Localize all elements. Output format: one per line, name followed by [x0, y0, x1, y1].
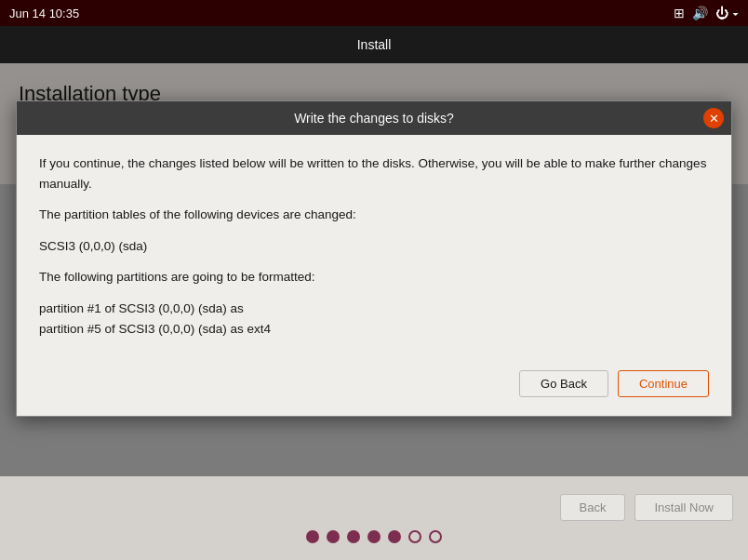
- go-back-button[interactable]: Go Back: [519, 370, 608, 397]
- back-button[interactable]: Back: [560, 494, 626, 521]
- partition-item-2: partition #5 of SCSI3 (0,0,0) (sda) as e…: [39, 319, 709, 340]
- install-now-button[interactable]: Install Now: [634, 494, 733, 521]
- device-list: SCSI3 (0,0,0) (sda): [39, 236, 709, 257]
- partition-tables-label: The partition tables of the following de…: [39, 205, 709, 225]
- progress-dot-4: [367, 530, 381, 543]
- network-icon: ⊞: [674, 6, 685, 20]
- datetime: Jun 14 10:35: [9, 7, 79, 20]
- continue-button[interactable]: Continue: [618, 370, 709, 397]
- dialog-close-button[interactable]: ✕: [703, 108, 724, 128]
- install-title: Install: [357, 37, 392, 52]
- volume-icon: 🔊: [692, 6, 708, 20]
- power-icon[interactable]: ⏻ ▾: [715, 6, 739, 20]
- dialog-title: Write the changes to disks?: [294, 111, 454, 126]
- dialog-body-line1: If you continue, the changes listed belo…: [39, 153, 709, 193]
- device-item: SCSI3 (0,0,0) (sda): [39, 239, 147, 253]
- dialog-buttons: Go Back Continue: [17, 357, 731, 416]
- progress-dot-6: [408, 530, 421, 543]
- dialog-body: If you continue, the changes listed belo…: [17, 135, 731, 357]
- install-header: Install: [0, 26, 748, 63]
- dialog-titlebar: Write the changes to disks? ✕: [17, 101, 731, 135]
- partitions-label: The following partitions are going to be…: [39, 267, 709, 287]
- system-icons: ⊞ 🔊 ⏻ ▾: [674, 6, 739, 20]
- partition-item-1: partition #1 of SCSI3 (0,0,0) (sda) as: [39, 299, 709, 319]
- partition-list: partition #1 of SCSI3 (0,0,0) (sda) as p…: [39, 299, 709, 339]
- progress-dots: [306, 530, 442, 543]
- bottom-nav-buttons: Back Install Now: [0, 494, 748, 521]
- progress-dot-7: [429, 530, 442, 543]
- progress-dot-5: [388, 530, 401, 543]
- progress-dot-2: [327, 530, 340, 543]
- top-bar: Jun 14 10:35 ⊞ 🔊 ⏻ ▾: [0, 0, 748, 26]
- bottom-bar: Back Install Now: [0, 476, 748, 560]
- progress-dot-1: [306, 530, 319, 543]
- write-changes-dialog: Write the changes to disks? ✕ If you con…: [16, 100, 732, 417]
- progress-dot-3: [347, 530, 360, 543]
